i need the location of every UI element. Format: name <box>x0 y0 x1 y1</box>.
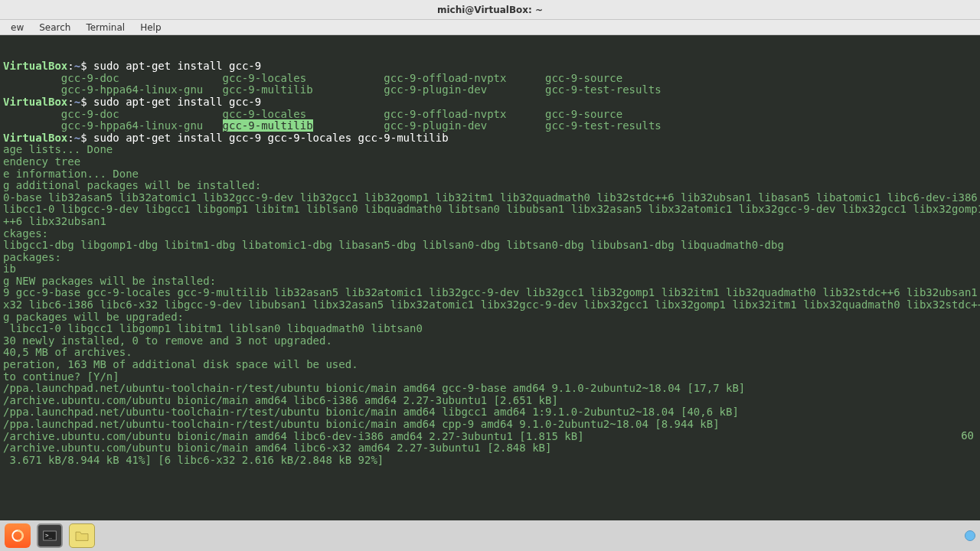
terminal-icon[interactable]: >_ <box>37 523 63 548</box>
tray-indicator-icon[interactable] <box>965 530 975 541</box>
system-tray <box>965 530 975 541</box>
menu-search[interactable]: Search <box>31 21 78 34</box>
menu-view[interactable]: ew <box>3 21 31 34</box>
menu-terminal[interactable]: Terminal <box>78 21 132 34</box>
app-grid-icon[interactable] <box>101 523 127 548</box>
file-manager-icon[interactable] <box>69 523 95 548</box>
taskbar: >_ <box>0 520 980 551</box>
terminal-content: VirtualBox:~$ sudo apt-get install gcc-9… <box>0 59 980 468</box>
window-titlebar: michi@VirtualBox: ~ <box>0 0 980 20</box>
download-speed-right: 60 <box>961 430 974 442</box>
menu-bar: ew Search Terminal Help <box>0 20 980 35</box>
firefox-icon[interactable] <box>5 523 31 548</box>
tab-completion-selection: gcc-9-multilib <box>223 119 313 132</box>
menu-help[interactable]: Help <box>132 21 168 34</box>
window-title-text: michi@VirtualBox: ~ <box>437 5 543 15</box>
terminal-viewport[interactable]: VirtualBox:~$ sudo apt-get install gcc-9… <box>0 35 980 520</box>
svg-text:>_: >_ <box>45 532 53 539</box>
